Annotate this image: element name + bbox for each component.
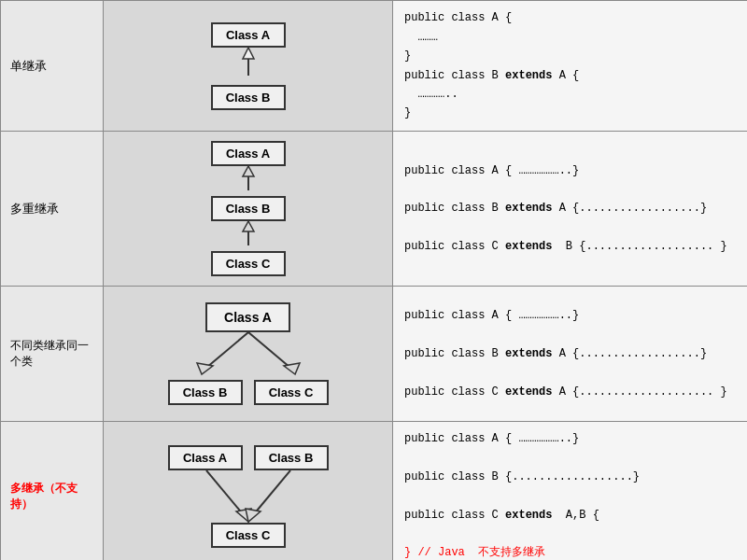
arrow-chain-1 (234, 166, 262, 196)
svg-line-6 (206, 332, 248, 368)
svg-marker-9 (284, 363, 300, 374)
label-multi: 多继承（不支持） (1, 422, 104, 561)
diagram-chain: Class A Class B Class C (104, 132, 393, 287)
code-single: public class A { ……… } public class B ex… (393, 1, 748, 132)
class-box-c-multi: Class C (211, 523, 286, 548)
svg-marker-1 (243, 48, 254, 59)
svg-line-10 (206, 470, 244, 515)
class-box-c-chain: Class C (211, 251, 286, 276)
svg-line-12 (253, 470, 290, 515)
class-box-a-multi: Class A (168, 445, 243, 470)
diagram-multi: Class A Class B Class C (104, 422, 393, 561)
label-single: 单继承 (1, 1, 104, 132)
diagram-single: Class A Class B (104, 1, 393, 132)
code-multi: public class A { ………………..} public class … (393, 422, 748, 561)
class-box-b-multi: Class B (254, 445, 329, 470)
class-box-b-chain: Class B (211, 196, 286, 221)
class-box-a-single: Class A (211, 22, 286, 48)
arrow-multi (155, 470, 342, 526)
diagram-fork: Class A Class B Class C (104, 287, 393, 422)
svg-marker-13 (246, 509, 261, 522)
code-chain: public class A { ………………..} public class … (393, 132, 748, 287)
class-box-a-chain: Class A (211, 141, 286, 166)
svg-marker-3 (243, 166, 254, 176)
arrow-fork (174, 332, 323, 384)
label-fork: 不同类继承同一个类 (1, 287, 104, 422)
svg-marker-7 (197, 363, 213, 374)
arrow-chain-2 (234, 221, 262, 251)
arrow-single (234, 48, 262, 85)
class-box-a-fork: Class A (205, 302, 290, 332)
code-fork: public class A { ………………..} public class … (393, 287, 748, 422)
label-chain: 多重继承 (1, 132, 104, 287)
svg-marker-5 (243, 221, 254, 231)
class-box-b-single: Class B (211, 85, 286, 110)
class-box-c-fork: Class C (254, 380, 329, 405)
svg-line-8 (248, 332, 290, 368)
class-box-b-fork: Class B (168, 380, 243, 405)
